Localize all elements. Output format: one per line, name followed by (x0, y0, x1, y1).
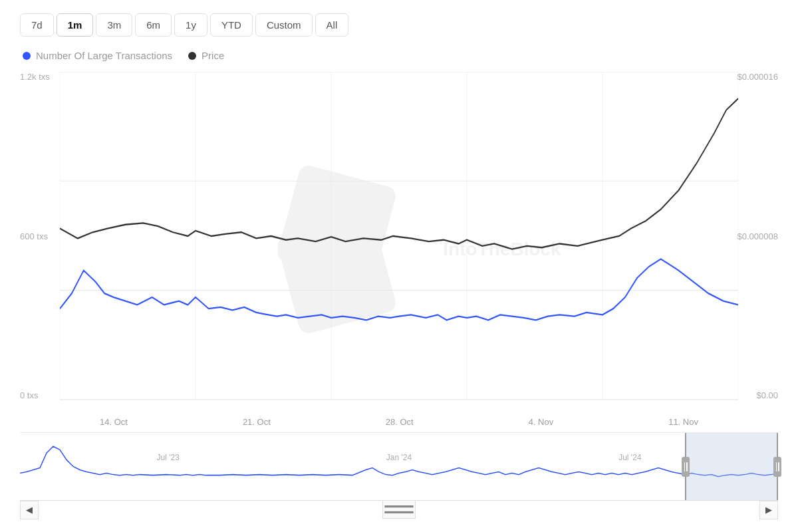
legend-label-price: Price (201, 50, 224, 61)
x-label-2: 28. Oct (386, 417, 414, 427)
btn-1m[interactable]: 1m (57, 13, 94, 37)
nav-left-handle[interactable] (682, 457, 690, 477)
y-axis-left: 1.2k txs 600 txs 0 txs (20, 72, 50, 400)
y-left-bot: 0 txs (20, 390, 50, 400)
legend-label-txs: Number Of Large Transactions (36, 50, 172, 61)
nav-time-2: Jul '24 (618, 453, 641, 462)
nav-bottom-handle[interactable] (382, 500, 416, 519)
nav-arrow-left[interactable]: ◀ (20, 501, 39, 519)
y-right-top: $0.000016 (737, 72, 778, 82)
navigator-svg (20, 433, 778, 500)
navigator[interactable]: Jul '23 Jan '24 Jul '24 (20, 432, 778, 519)
nav-arrows: ◀ ▶ (20, 500, 778, 519)
btn-1y[interactable]: 1y (174, 13, 207, 37)
btn-ytd[interactable]: YTD (210, 13, 253, 37)
main-chart: 1.2k txs 600 txs 0 txs $0.000016 $0.0000… (20, 72, 778, 427)
btn-3m[interactable]: 3m (96, 13, 132, 37)
nav-time-0: Jul '23 (157, 453, 180, 462)
nav-time-1: Jan '24 (386, 453, 412, 462)
y-right-mid: $0.000008 (737, 231, 778, 241)
time-range-bar: 7d 1m 3m 6m 1y YTD Custom All (20, 13, 778, 37)
x-label-1: 21. Oct (243, 417, 271, 427)
legend-txs: Number Of Large Transactions (23, 50, 172, 61)
y-left-top: 1.2k txs (20, 72, 50, 82)
svg-rect-12 (20, 433, 778, 500)
btn-6m[interactable]: 6m (135, 13, 172, 37)
nav-right-handle[interactable] (773, 457, 781, 477)
x-label-3: 4. Nov (529, 417, 554, 427)
legend-price: Price (188, 50, 224, 61)
chart-area: 1.2k txs 600 txs 0 txs $0.000016 $0.0000… (20, 72, 778, 519)
legend-dot-price (188, 52, 196, 60)
nav-time-labels: Jul '23 Jan '24 Jul '24 (20, 453, 778, 462)
x-label-4: 11. Nov (668, 417, 698, 427)
btn-all[interactable]: All (315, 13, 349, 37)
btn-custom[interactable]: Custom (255, 13, 313, 37)
btn-7d[interactable]: 7d (20, 13, 54, 37)
chart-svg (60, 72, 738, 400)
x-axis: 14. Oct 21. Oct 28. Oct 4. Nov 11. Nov (60, 413, 738, 427)
y-right-bot: $0.00 (737, 390, 778, 400)
nav-selection[interactable] (685, 433, 778, 500)
x-label-0: 14. Oct (100, 417, 128, 427)
legend-dot-txs (23, 52, 31, 60)
main-container: 7d 1m 3m 6m 1y YTD Custom All Number Of … (0, 0, 798, 532)
y-axis-right: $0.000016 $0.000008 $0.00 (737, 72, 778, 400)
y-left-mid: 600 txs (20, 231, 50, 241)
nav-arrow-right[interactable]: ▶ (759, 501, 778, 519)
chart-legend: Number Of Large Transactions Price (20, 50, 778, 61)
